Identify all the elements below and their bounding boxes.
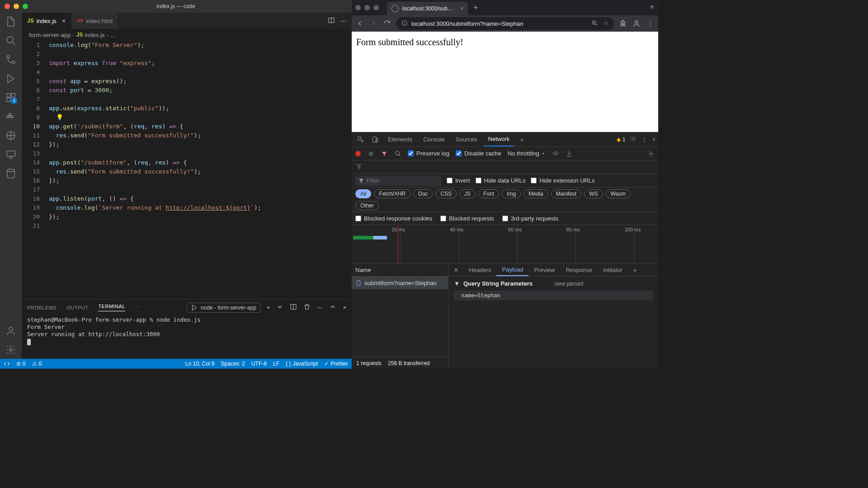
detail-tab-headers[interactable]: Headers [463, 264, 496, 276]
site-info-icon[interactable] [401, 20, 408, 28]
cursor-position[interactable]: Ln 10, Col 9 [185, 361, 215, 367]
type-filter-js[interactable]: JS [459, 189, 476, 198]
forward-button[interactable] [369, 19, 378, 28]
devtools-settings-icon[interactable] [630, 135, 637, 144]
detail-tab-response[interactable]: Response [561, 264, 598, 276]
collapse-icon[interactable]: ▼ [454, 280, 460, 287]
detail-tab-preview[interactable]: Preview [528, 264, 560, 276]
devtools-tab-console[interactable]: Console [419, 132, 449, 146]
warnings-count[interactable]: ⚠ 0 [32, 361, 42, 367]
close-tab-icon[interactable]: × [62, 17, 66, 24]
tab-index-html[interactable]: <> index.html [71, 13, 118, 29]
expand-tabs-icon[interactable] [648, 4, 655, 12]
panel-tab-problems[interactable]: PROBLEMS [27, 305, 57, 310]
source-control-icon[interactable] [5, 54, 16, 65]
code-editor[interactable]: 123456789101112131415161718192021 consol… [22, 41, 352, 299]
new-terminal-icon[interactable]: + [267, 304, 270, 311]
blocked-requests-checkbox[interactable]: Blocked requests [440, 215, 494, 222]
new-tab-button[interactable]: + [473, 3, 478, 13]
bookmark-icon[interactable]: ☆ [603, 20, 609, 28]
docker-icon[interactable] [5, 111, 16, 122]
language-mode[interactable]: { } JavaScript [286, 361, 318, 367]
zoom-icon[interactable] [591, 20, 598, 28]
network-settings-icon[interactable] [647, 150, 655, 157]
close-detail-icon[interactable]: × [448, 264, 463, 276]
indentation[interactable]: Spaces: 2 [221, 361, 245, 367]
remote-indicator[interactable] [4, 361, 10, 367]
preserve-log-checkbox[interactable]: Preserve log [408, 150, 449, 157]
minimize-window-button[interactable] [14, 4, 19, 9]
reload-button[interactable] [382, 19, 392, 28]
breadcrumbs[interactable]: form-server-app › JS index.js › ... [22, 29, 352, 41]
close-window-button[interactable] [355, 5, 361, 10]
panel-tab-output[interactable]: OUTPUT [66, 305, 88, 310]
close-tab-icon[interactable]: × [460, 5, 463, 12]
explorer-icon[interactable] [5, 16, 16, 27]
detail-tab-payload[interactable]: Payload [496, 264, 528, 276]
kill-terminal-icon[interactable] [303, 303, 311, 312]
close-devtools-icon[interactable]: × [652, 136, 656, 143]
chrome-menu-icon[interactable]: ⋮ [646, 19, 655, 28]
type-filter-doc[interactable]: Doc [413, 189, 433, 198]
request-row[interactable]: submitform?name=Stephan [352, 277, 448, 289]
devtools-tab-sources[interactable]: Sources [451, 132, 482, 146]
clear-icon[interactable]: ⊘ [367, 150, 374, 157]
type-filter-font[interactable]: Font [478, 189, 499, 198]
view-parsed-link[interactable]: view parsed [554, 281, 583, 287]
detail-tab-more-icon[interactable]: » [628, 264, 642, 276]
terminal-runner-label[interactable]: node - form-server-app [187, 303, 260, 313]
extensions-icon[interactable]: 3 [5, 92, 16, 103]
type-filter-manifest[interactable]: Manifest [551, 189, 581, 198]
maximize-window-button[interactable] [373, 5, 379, 10]
type-filter-other[interactable]: Other [355, 201, 379, 210]
type-filter-all[interactable]: All [355, 189, 371, 198]
minimize-window-button[interactable] [364, 5, 370, 10]
search-icon[interactable] [394, 150, 401, 157]
export-har-icon[interactable] [355, 164, 363, 171]
devtools-tab-more-icon[interactable]: » [516, 132, 528, 146]
blocked-cookies-checkbox[interactable]: Blocked response cookies [355, 215, 432, 222]
extensions-icon[interactable] [618, 19, 627, 28]
liveshare-icon[interactable] [5, 130, 16, 141]
disable-cache-checkbox[interactable]: Disable cache [456, 150, 501, 157]
eol[interactable]: LF [273, 361, 279, 367]
search-icon[interactable] [5, 35, 16, 46]
type-filter-media[interactable]: Media [524, 189, 548, 198]
third-party-checkbox[interactable]: 3rd-party requests [502, 215, 559, 222]
back-button[interactable] [355, 19, 364, 28]
browser-tab[interactable]: localhost:3000/submitform? × [387, 2, 468, 15]
type-filter-wasm[interactable]: Wasm [606, 189, 631, 198]
detail-tab-initiator[interactable]: Initiator [598, 264, 628, 276]
prettier-status[interactable]: ✓ Prettier [324, 361, 348, 367]
panel-tab-more[interactable]: ⋯ [135, 305, 141, 310]
address-bar[interactable]: localhost:3000/submitform?name=Stephan ☆ [396, 17, 614, 30]
settings-gear-icon[interactable] [5, 344, 16, 355]
close-window-button[interactable] [5, 4, 10, 9]
hide-data-urls-checkbox[interactable]: Hide data URLs [476, 177, 526, 184]
type-filter-css[interactable]: CSS [435, 189, 457, 198]
devtools-tab-elements[interactable]: Elements [383, 132, 417, 146]
inspect-element-icon[interactable] [354, 132, 367, 146]
database-icon[interactable] [5, 168, 16, 179]
maximize-window-button[interactable] [23, 4, 28, 9]
import-har-icon[interactable] [566, 150, 573, 157]
close-panel-icon[interactable]: × [343, 304, 346, 311]
account-icon[interactable] [5, 325, 16, 336]
type-filter-img[interactable]: Img [502, 189, 521, 198]
errors-count[interactable]: ⊘ 0 [16, 361, 26, 367]
invert-checkbox[interactable]: Invert [447, 177, 470, 184]
filter-input[interactable] [355, 176, 441, 186]
filter-toggle-icon[interactable] [381, 150, 388, 157]
hide-extension-urls-checkbox[interactable]: Hide extension URLs [531, 177, 594, 184]
type-filter-fetchxhr[interactable]: Fetch/XHR [374, 189, 410, 198]
device-toggle-icon[interactable] [369, 132, 382, 146]
terminal-output[interactable]: stephan@MacBook-Pro form-server-app % no… [22, 315, 352, 359]
throttling-select[interactable]: No throttling [508, 150, 546, 157]
panel-more-icon[interactable]: ⋯ [317, 304, 323, 311]
maximize-panel-icon[interactable] [329, 303, 336, 312]
request-list-header[interactable]: Name [352, 264, 448, 277]
waterfall-overview[interactable]: 20 ms 40 ms 60 ms 80 ms 100 ms [352, 225, 658, 264]
network-conditions-icon[interactable] [552, 150, 559, 157]
type-filter-ws[interactable]: WS [584, 189, 603, 198]
encoding[interactable]: UTF-8 [251, 361, 267, 367]
